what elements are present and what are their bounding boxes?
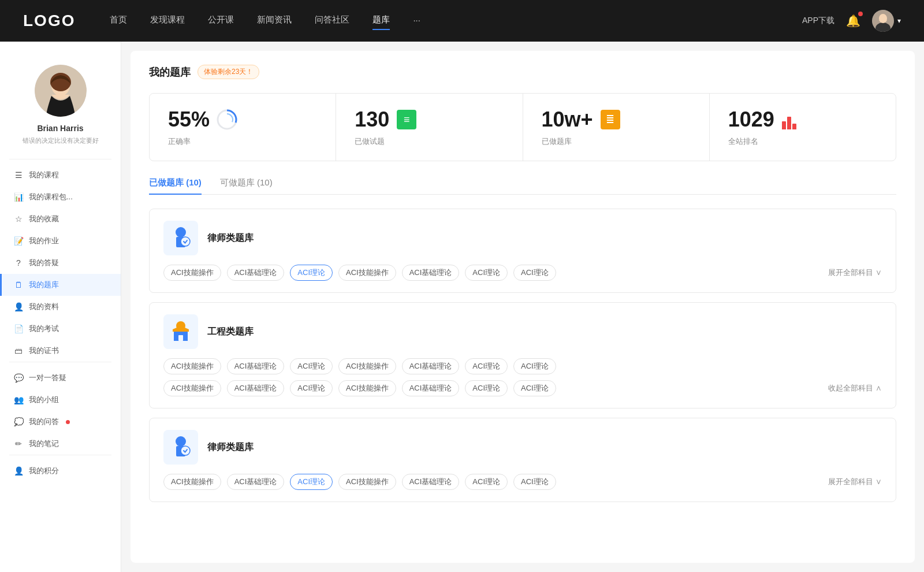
sidebar-item-resource[interactable]: 👤 我的资料 xyxy=(0,296,121,318)
sidebar-item-points[interactable]: 👤 我的积分 xyxy=(0,460,121,482)
sidebar-item-qna[interactable]: 💭 我的问答 xyxy=(0,411,121,433)
cert-icon: 🗃 xyxy=(14,346,23,355)
expand-lawyer1[interactable]: 展开全部科目 ∨ xyxy=(828,268,882,278)
qbank-title-lawyer2: 律师类题库 xyxy=(207,441,254,454)
tag-eng2-2[interactable]: ACI理论 xyxy=(290,380,333,396)
nav-discover[interactable]: 发现课程 xyxy=(150,14,185,28)
sidebar-item-oneone[interactable]: 💬 一对一答疑 xyxy=(0,367,121,389)
sidebar-item-qa[interactable]: ? 我的答疑 xyxy=(0,252,121,274)
nav-qbank[interactable]: 题库 xyxy=(372,14,390,28)
tag-eng2-0[interactable]: ACI技能操作 xyxy=(163,380,221,396)
sidebar-item-cert[interactable]: 🗃 我的证书 xyxy=(0,340,121,362)
tag-eng-5[interactable]: ACI理论 xyxy=(465,358,508,374)
top-navigation: LOGO 首页 发现课程 公开课 新闻资讯 问答社区 题库 ··· APP下载 … xyxy=(0,0,924,42)
sidebar-item-exam[interactable]: 📄 我的考试 xyxy=(0,318,121,340)
tag-lawyer2-1[interactable]: ACI基础理论 xyxy=(227,474,285,490)
tag-eng2-3[interactable]: ACI技能操作 xyxy=(338,380,396,396)
tag-lawyer1-0[interactable]: ACI技能操作 xyxy=(163,265,221,281)
stat-main-ranking: 1029 xyxy=(728,107,877,132)
note-icon-box: ≡ xyxy=(397,110,416,129)
svg-point-14 xyxy=(176,436,186,447)
sidebar-item-homework[interactable]: 📝 我的作业 xyxy=(0,230,121,252)
tag-lawyer2-6[interactable]: ACI理论 xyxy=(513,474,556,490)
notes-icon: ✏ xyxy=(14,439,23,448)
nav-more[interactable]: ··· xyxy=(413,15,420,27)
tags-row-lawyer1: ACI技能操作 ACI基础理论 ACI理论 ACI技能操作 ACI基础理论 AC… xyxy=(163,265,882,281)
notification-bell[interactable]: 🔔 xyxy=(846,14,860,28)
tag-lawyer2-4[interactable]: ACI基础理论 xyxy=(402,474,460,490)
tag-lawyer1-6[interactable]: ACI理论 xyxy=(513,265,556,281)
accuracy-label: 正确率 xyxy=(168,136,317,147)
tag-eng2-6[interactable]: ACI理论 xyxy=(513,380,556,396)
tag-lawyer2-2[interactable]: ACI理论 xyxy=(290,474,333,490)
app-download-button[interactable]: APP下载 xyxy=(802,16,834,26)
tag-lawyer2-3[interactable]: ACI技能操作 xyxy=(338,474,396,490)
sidebar: Brian Harris 错误的决定比没有决定要好 ☰ 我的课程 📊 我的课程包… xyxy=(0,42,121,572)
sidebar-item-course[interactable]: ☰ 我的课程 xyxy=(0,164,121,186)
svg-point-8 xyxy=(221,114,233,125)
tag-eng2-1[interactable]: ACI基础理论 xyxy=(227,380,285,396)
nav-news[interactable]: 新闻资讯 xyxy=(257,14,292,28)
expand-lawyer2[interactable]: 展开全部科目 ∨ xyxy=(828,477,882,487)
user-avatar xyxy=(872,10,894,32)
tag-lawyer2-5[interactable]: ACI理论 xyxy=(465,474,508,490)
ranking-label: 全站排名 xyxy=(728,136,877,147)
nav-qa[interactable]: 问答社区 xyxy=(315,14,349,28)
collapse-engineer[interactable]: 收起全部科目 ∧ xyxy=(828,383,882,393)
qbank-card-lawyer2: 律师类题库 ACI技能操作 ACI基础理论 ACI理论 ACI技能操作 ACI基… xyxy=(149,418,896,502)
sidebar-item-qbank[interactable]: 🗒 我的题库 xyxy=(0,274,121,296)
sidebar-item-notes[interactable]: ✏ 我的笔记 xyxy=(0,433,121,455)
tag-lawyer1-1[interactable]: ACI基础理论 xyxy=(227,265,285,281)
exam-icon: 📄 xyxy=(14,324,23,333)
tab-available-banks[interactable]: 可做题库 (10) xyxy=(220,177,273,194)
qbank-title-lawyer1: 律师类题库 xyxy=(207,232,254,244)
stat-ranking: 1029 全站排名 xyxy=(710,94,896,161)
tag-lawyer1-4[interactable]: ACI基础理论 xyxy=(402,265,460,281)
user-avatar-menu[interactable]: ▾ xyxy=(872,10,901,32)
tag-eng-4[interactable]: ACI基础理论 xyxy=(402,358,460,374)
svg-point-9 xyxy=(176,227,186,237)
resource-icon: 👤 xyxy=(14,302,23,311)
done-banks-label: 已做题库 xyxy=(542,136,691,147)
stat-main-done: 130 ≡ xyxy=(355,107,504,132)
qbank-card-lawyer1: 律师类题库 ACI技能操作 ACI基础理论 ACI理论 ACI技能操作 ACI基… xyxy=(149,209,896,293)
profile-motto: 错误的决定比没有决定要好 xyxy=(23,136,99,145)
tag-eng-1[interactable]: ACI基础理论 xyxy=(227,358,285,374)
stat-done-banks: 10w+ ≣ 已做题库 xyxy=(523,94,710,161)
tabs-row: 已做题库 (10) 可做题库 (10) xyxy=(149,177,896,195)
nav-open-course[interactable]: 公开课 xyxy=(208,14,234,28)
tab-done-banks[interactable]: 已做题库 (10) xyxy=(149,177,202,194)
notification-badge xyxy=(858,12,863,16)
tag-eng2-4[interactable]: ACI基础理论 xyxy=(402,380,460,396)
sidebar-item-favorites[interactable]: ☆ 我的收藏 xyxy=(0,208,121,230)
sidebar-item-group[interactable]: 👥 我的小组 xyxy=(0,389,121,411)
tag-eng-0[interactable]: ACI技能操作 xyxy=(163,358,221,374)
tag-eng-3[interactable]: ACI技能操作 xyxy=(338,358,396,374)
qbank-card-engineer: 工程类题库 ACI技能操作 ACI基础理论 ACI理论 ACI技能操作 ACI基… xyxy=(149,302,896,408)
tag-lawyer1-2[interactable]: ACI理论 xyxy=(290,265,333,281)
tag-lawyer1-3[interactable]: ACI技能操作 xyxy=(338,265,396,281)
qna-badge xyxy=(66,420,70,424)
profile-name: Brian Harris xyxy=(37,124,83,133)
engineer-icon xyxy=(163,314,198,349)
nav-right: APP下载 🔔 ▾ xyxy=(802,10,901,32)
nav-home[interactable]: 首页 xyxy=(110,14,127,28)
tag-eng-2[interactable]: ACI理论 xyxy=(290,358,333,374)
sidebar-item-package[interactable]: 📊 我的课程包... xyxy=(0,186,121,208)
points-icon: 👤 xyxy=(14,466,23,476)
nav-links: 首页 发现课程 公开课 新闻资讯 问答社区 题库 ··· xyxy=(110,14,802,28)
profile-avatar xyxy=(35,65,87,117)
tags-row-engineer-1: ACI技能操作 ACI基础理论 ACI理论 ACI技能操作 ACI基础理论 AC… xyxy=(163,358,882,374)
trial-badge: 体验剩余23天！ xyxy=(198,65,259,79)
tag-lawyer1-5[interactable]: ACI理论 xyxy=(465,265,508,281)
page-title-row: 我的题库 体验剩余23天！ xyxy=(149,65,896,79)
qbank-title-engineer: 工程类题库 xyxy=(207,326,254,338)
tag-eng2-5[interactable]: ACI理论 xyxy=(465,380,508,396)
svg-point-16 xyxy=(181,446,190,455)
tag-eng-6[interactable]: ACI理论 xyxy=(513,358,556,374)
tag-lawyer2-0[interactable]: ACI技能操作 xyxy=(163,474,221,490)
bar-icon-box xyxy=(782,110,802,129)
group-icon: 👥 xyxy=(14,395,23,404)
ranking-value: 1029 xyxy=(728,107,774,132)
stat-done-questions: 130 ≡ 已做试题 xyxy=(336,94,523,161)
